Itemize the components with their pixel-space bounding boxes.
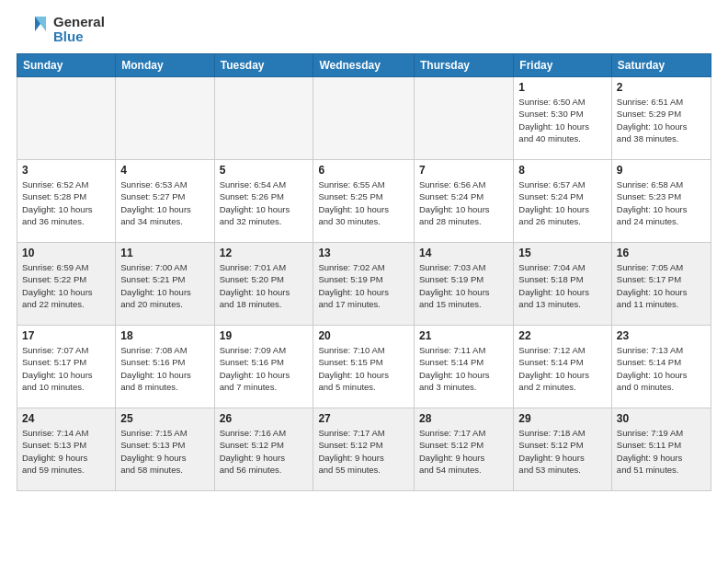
calendar-cell: 1Sunrise: 6:50 AM Sunset: 5:30 PM Daylig… bbox=[514, 77, 612, 160]
day-number: 30 bbox=[617, 412, 706, 425]
day-number: 19 bbox=[220, 329, 309, 342]
calendar-cell: 11Sunrise: 7:00 AM Sunset: 5:21 PM Dayli… bbox=[116, 243, 214, 326]
calendar-cell: 3Sunrise: 6:52 AM Sunset: 5:28 PM Daylig… bbox=[17, 160, 116, 243]
calendar-cell: 5Sunrise: 6:54 AM Sunset: 5:26 PM Daylig… bbox=[214, 160, 313, 243]
calendar-cell: 14Sunrise: 7:03 AM Sunset: 5:19 PM Dayli… bbox=[415, 243, 514, 326]
calendar-cell bbox=[415, 77, 514, 160]
day-number: 15 bbox=[518, 247, 607, 259]
day-number: 18 bbox=[120, 329, 209, 342]
weekday-header-row: SundayMondayTuesdayWednesdayThursdayFrid… bbox=[17, 54, 711, 77]
week-row-4: 24Sunrise: 7:14 AM Sunset: 5:13 PM Dayli… bbox=[17, 408, 711, 491]
day-info: Sunrise: 7:08 AM Sunset: 5:16 PM Dayligh… bbox=[120, 344, 209, 393]
calendar-cell: 4Sunrise: 6:53 AM Sunset: 5:27 PM Daylig… bbox=[116, 160, 214, 243]
calendar-cell: 18Sunrise: 7:08 AM Sunset: 5:16 PM Dayli… bbox=[116, 326, 214, 408]
day-info: Sunrise: 7:02 AM Sunset: 5:19 PM Dayligh… bbox=[318, 261, 409, 310]
calendar-cell: 10Sunrise: 6:59 AM Sunset: 5:22 PM Dayli… bbox=[17, 243, 116, 326]
day-info: Sunrise: 7:10 AM Sunset: 5:15 PM Dayligh… bbox=[318, 344, 409, 393]
day-info: Sunrise: 6:53 AM Sunset: 5:27 PM Dayligh… bbox=[120, 178, 209, 227]
day-info: Sunrise: 7:09 AM Sunset: 5:16 PM Dayligh… bbox=[220, 344, 309, 393]
day-number: 20 bbox=[318, 329, 409, 342]
day-number: 1 bbox=[518, 81, 607, 94]
day-info: Sunrise: 7:11 AM Sunset: 5:14 PM Dayligh… bbox=[419, 344, 508, 393]
day-number: 24 bbox=[22, 412, 110, 425]
logo-area: General Blue bbox=[17, 13, 105, 46]
calendar-cell: 6Sunrise: 6:55 AM Sunset: 5:25 PM Daylig… bbox=[313, 160, 415, 243]
day-info: Sunrise: 6:55 AM Sunset: 5:25 PM Dayligh… bbox=[318, 178, 409, 227]
day-info: Sunrise: 7:13 AM Sunset: 5:14 PM Dayligh… bbox=[617, 344, 706, 393]
logo-text-blue: Blue bbox=[53, 29, 105, 45]
calendar-cell: 13Sunrise: 7:02 AM Sunset: 5:19 PM Dayli… bbox=[313, 243, 415, 326]
week-row-0: 1Sunrise: 6:50 AM Sunset: 5:30 PM Daylig… bbox=[17, 77, 711, 160]
day-number: 25 bbox=[120, 412, 209, 425]
day-info: Sunrise: 7:04 AM Sunset: 5:18 PM Dayligh… bbox=[518, 261, 607, 310]
calendar-cell bbox=[214, 77, 313, 160]
week-row-2: 10Sunrise: 6:59 AM Sunset: 5:22 PM Dayli… bbox=[17, 243, 711, 326]
day-number: 7 bbox=[419, 164, 508, 177]
day-number: 4 bbox=[120, 164, 209, 177]
calendar-cell bbox=[313, 77, 415, 160]
day-info: Sunrise: 7:05 AM Sunset: 5:17 PM Dayligh… bbox=[617, 261, 706, 310]
day-number: 14 bbox=[419, 247, 508, 259]
day-info: Sunrise: 7:16 AM Sunset: 5:12 PM Dayligh… bbox=[220, 427, 309, 476]
calendar-cell bbox=[17, 77, 116, 160]
calendar-wrapper: SundayMondayTuesdayWednesdayThursdayFrid… bbox=[0, 53, 728, 500]
calendar-table: SundayMondayTuesdayWednesdayThursdayFrid… bbox=[17, 53, 711, 491]
day-number: 2 bbox=[617, 81, 706, 94]
calendar-cell bbox=[116, 77, 214, 160]
day-number: 10 bbox=[22, 247, 110, 259]
day-info: Sunrise: 6:56 AM Sunset: 5:24 PM Dayligh… bbox=[419, 178, 508, 227]
calendar-cell: 24Sunrise: 7:14 AM Sunset: 5:13 PM Dayli… bbox=[17, 408, 116, 491]
day-info: Sunrise: 7:17 AM Sunset: 5:12 PM Dayligh… bbox=[318, 427, 409, 476]
calendar-cell: 22Sunrise: 7:12 AM Sunset: 5:14 PM Dayli… bbox=[514, 326, 612, 408]
week-row-3: 17Sunrise: 7:07 AM Sunset: 5:17 PM Dayli… bbox=[17, 326, 711, 408]
weekday-header-saturday: Saturday bbox=[611, 54, 711, 77]
weekday-header-thursday: Thursday bbox=[415, 54, 514, 77]
day-info: Sunrise: 7:14 AM Sunset: 5:13 PM Dayligh… bbox=[22, 427, 110, 476]
calendar-cell: 19Sunrise: 7:09 AM Sunset: 5:16 PM Dayli… bbox=[214, 326, 313, 408]
day-number: 27 bbox=[318, 412, 409, 425]
day-info: Sunrise: 6:51 AM Sunset: 5:29 PM Dayligh… bbox=[617, 96, 706, 144]
calendar-cell: 27Sunrise: 7:17 AM Sunset: 5:12 PM Dayli… bbox=[313, 408, 415, 491]
calendar-cell: 23Sunrise: 7:13 AM Sunset: 5:14 PM Dayli… bbox=[611, 326, 711, 408]
day-info: Sunrise: 7:03 AM Sunset: 5:19 PM Dayligh… bbox=[419, 261, 508, 310]
weekday-header-tuesday: Tuesday bbox=[214, 54, 313, 77]
day-number: 12 bbox=[220, 247, 309, 259]
calendar-cell: 20Sunrise: 7:10 AM Sunset: 5:15 PM Dayli… bbox=[313, 326, 415, 408]
calendar-cell: 16Sunrise: 7:05 AM Sunset: 5:17 PM Dayli… bbox=[611, 243, 711, 326]
day-info: Sunrise: 6:57 AM Sunset: 5:24 PM Dayligh… bbox=[518, 178, 607, 227]
day-info: Sunrise: 6:58 AM Sunset: 5:23 PM Dayligh… bbox=[617, 178, 706, 227]
logo-text-general: General bbox=[53, 15, 105, 30]
calendar-cell: 8Sunrise: 6:57 AM Sunset: 5:24 PM Daylig… bbox=[514, 160, 612, 243]
day-info: Sunrise: 7:15 AM Sunset: 5:13 PM Dayligh… bbox=[120, 427, 209, 476]
logo-emblem bbox=[17, 13, 50, 46]
day-info: Sunrise: 7:17 AM Sunset: 5:12 PM Dayligh… bbox=[419, 427, 508, 476]
calendar-cell: 25Sunrise: 7:15 AM Sunset: 5:13 PM Dayli… bbox=[116, 408, 214, 491]
calendar-cell: 21Sunrise: 7:11 AM Sunset: 5:14 PM Dayli… bbox=[415, 326, 514, 408]
day-number: 13 bbox=[318, 247, 409, 259]
weekday-header-sunday: Sunday bbox=[17, 54, 116, 77]
calendar-cell: 2Sunrise: 6:51 AM Sunset: 5:29 PM Daylig… bbox=[611, 77, 711, 160]
calendar-cell: 9Sunrise: 6:58 AM Sunset: 5:23 PM Daylig… bbox=[611, 160, 711, 243]
day-info: Sunrise: 7:12 AM Sunset: 5:14 PM Dayligh… bbox=[518, 344, 607, 393]
day-info: Sunrise: 6:59 AM Sunset: 5:22 PM Dayligh… bbox=[22, 261, 110, 310]
day-info: Sunrise: 7:07 AM Sunset: 5:17 PM Dayligh… bbox=[22, 344, 110, 393]
day-number: 23 bbox=[617, 329, 706, 342]
day-info: Sunrise: 7:00 AM Sunset: 5:21 PM Dayligh… bbox=[120, 261, 209, 310]
weekday-header-monday: Monday bbox=[116, 54, 214, 77]
day-info: Sunrise: 7:18 AM Sunset: 5:12 PM Dayligh… bbox=[518, 427, 607, 476]
day-number: 17 bbox=[22, 329, 110, 342]
day-info: Sunrise: 7:01 AM Sunset: 5:20 PM Dayligh… bbox=[220, 261, 309, 310]
week-row-1: 3Sunrise: 6:52 AM Sunset: 5:28 PM Daylig… bbox=[17, 160, 711, 243]
calendar-cell: 7Sunrise: 6:56 AM Sunset: 5:24 PM Daylig… bbox=[415, 160, 514, 243]
day-number: 5 bbox=[220, 164, 309, 177]
day-info: Sunrise: 6:54 AM Sunset: 5:26 PM Dayligh… bbox=[220, 178, 309, 227]
day-info: Sunrise: 6:52 AM Sunset: 5:28 PM Dayligh… bbox=[22, 178, 110, 227]
calendar-cell: 28Sunrise: 7:17 AM Sunset: 5:12 PM Dayli… bbox=[415, 408, 514, 491]
day-number: 28 bbox=[419, 412, 508, 425]
day-number: 26 bbox=[220, 412, 309, 425]
day-number: 3 bbox=[22, 164, 110, 177]
day-info: Sunrise: 6:50 AM Sunset: 5:30 PM Dayligh… bbox=[518, 96, 607, 144]
calendar-cell: 26Sunrise: 7:16 AM Sunset: 5:12 PM Dayli… bbox=[214, 408, 313, 491]
page: General Blue SundayMondayTuesdayWednesda… bbox=[0, 0, 728, 500]
calendar-cell: 12Sunrise: 7:01 AM Sunset: 5:20 PM Dayli… bbox=[214, 243, 313, 326]
